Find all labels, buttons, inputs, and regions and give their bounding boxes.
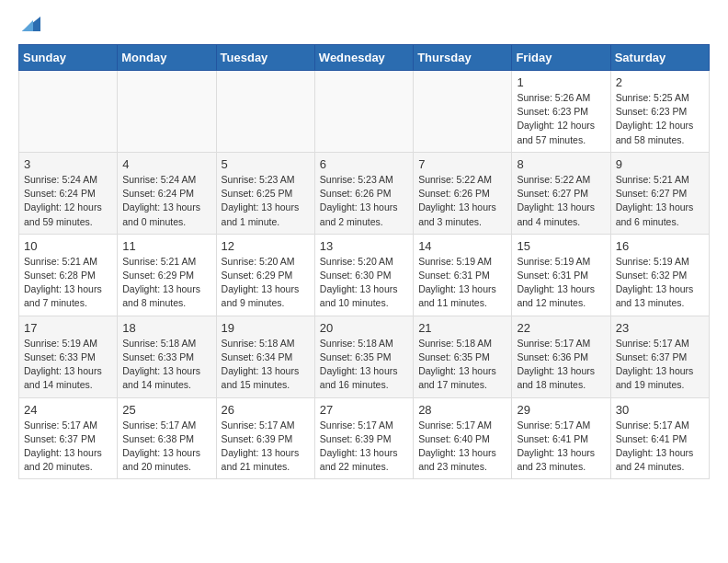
weekday-saturday: Saturday [610, 45, 709, 71]
day-cell: 23Sunrise: 5:17 AMSunset: 6:37 PMDayligh… [610, 316, 709, 397]
day-info: Sunrise: 5:17 AMSunset: 6:41 PMDaylight:… [517, 419, 605, 475]
week-row-1: 1Sunrise: 5:26 AMSunset: 6:23 PMDaylight… [19, 71, 710, 153]
day-number: 12 [222, 239, 310, 253]
day-number: 21 [418, 321, 506, 335]
day-number: 28 [418, 403, 506, 417]
day-info: Sunrise: 5:17 AMSunset: 6:39 PMDaylight:… [320, 419, 408, 475]
day-cell: 9Sunrise: 5:21 AMSunset: 6:27 PMDaylight… [610, 152, 709, 234]
day-info: Sunrise: 5:17 AMSunset: 6:39 PMDaylight:… [222, 419, 310, 475]
day-info: Sunrise: 5:20 AMSunset: 6:30 PMDaylight:… [320, 255, 408, 311]
day-info: Sunrise: 5:18 AMSunset: 6:34 PMDaylight:… [222, 337, 310, 393]
day-number: 2 [616, 75, 704, 89]
day-info: Sunrise: 5:19 AMSunset: 6:31 PMDaylight:… [517, 255, 605, 311]
logo [18, 15, 40, 31]
weekday-sunday: Sunday [19, 45, 118, 71]
weekday-friday: Friday [512, 45, 610, 71]
day-cell: 21Sunrise: 5:18 AMSunset: 6:35 PMDayligh… [414, 316, 512, 397]
day-number: 30 [616, 403, 704, 417]
day-number: 27 [320, 403, 408, 417]
day-info: Sunrise: 5:21 AMSunset: 6:28 PMDaylight:… [24, 255, 112, 311]
day-number: 13 [320, 239, 408, 253]
day-cell: 13Sunrise: 5:20 AMSunset: 6:30 PMDayligh… [314, 234, 413, 316]
day-number: 17 [24, 321, 112, 335]
day-number: 3 [24, 157, 112, 171]
day-number: 29 [517, 403, 605, 417]
day-number: 23 [616, 321, 704, 335]
day-info: Sunrise: 5:19 AMSunset: 6:33 PMDaylight:… [24, 337, 112, 393]
day-cell: 4Sunrise: 5:24 AMSunset: 6:24 PMDaylight… [118, 152, 216, 234]
day-number: 10 [24, 239, 112, 253]
day-cell [314, 71, 413, 153]
day-cell: 10Sunrise: 5:21 AMSunset: 6:28 PMDayligh… [19, 234, 118, 316]
day-info: Sunrise: 5:19 AMSunset: 6:31 PMDaylight:… [418, 255, 506, 311]
day-number: 20 [320, 321, 408, 335]
day-number: 5 [222, 157, 310, 171]
day-cell: 1Sunrise: 5:26 AMSunset: 6:23 PMDaylight… [512, 71, 610, 153]
day-info: Sunrise: 5:17 AMSunset: 6:40 PMDaylight:… [418, 419, 506, 475]
day-cell: 7Sunrise: 5:22 AMSunset: 6:26 PMDaylight… [414, 152, 512, 234]
day-number: 15 [517, 239, 605, 253]
day-cell: 27Sunrise: 5:17 AMSunset: 6:39 PMDayligh… [314, 397, 413, 479]
day-info: Sunrise: 5:18 AMSunset: 6:35 PMDaylight:… [320, 337, 408, 393]
day-cell: 25Sunrise: 5:17 AMSunset: 6:38 PMDayligh… [118, 397, 216, 479]
day-number: 4 [122, 157, 210, 171]
day-number: 8 [517, 157, 605, 171]
weekday-wednesday: Wednesday [314, 45, 413, 71]
weekday-header-row: SundayMondayTuesdayWednesdayThursdayFrid… [19, 45, 710, 71]
day-cell: 20Sunrise: 5:18 AMSunset: 6:35 PMDayligh… [314, 316, 413, 397]
day-number: 18 [122, 321, 210, 335]
day-cell [118, 71, 216, 153]
day-cell: 29Sunrise: 5:17 AMSunset: 6:41 PMDayligh… [512, 397, 610, 479]
header [18, 15, 710, 31]
day-cell: 14Sunrise: 5:19 AMSunset: 6:31 PMDayligh… [414, 234, 512, 316]
day-number: 1 [517, 75, 605, 89]
week-row-3: 10Sunrise: 5:21 AMSunset: 6:28 PMDayligh… [19, 234, 710, 316]
weekday-thursday: Thursday [414, 45, 512, 71]
day-info: Sunrise: 5:25 AMSunset: 6:23 PMDaylight:… [616, 91, 704, 147]
day-cell: 17Sunrise: 5:19 AMSunset: 6:33 PMDayligh… [19, 316, 118, 397]
day-number: 9 [616, 157, 704, 171]
day-info: Sunrise: 5:17 AMSunset: 6:41 PMDaylight:… [616, 419, 704, 475]
day-info: Sunrise: 5:19 AMSunset: 6:32 PMDaylight:… [616, 255, 704, 311]
week-row-2: 3Sunrise: 5:24 AMSunset: 6:24 PMDaylight… [19, 152, 710, 234]
logo-icon [20, 15, 40, 31]
day-cell: 11Sunrise: 5:21 AMSunset: 6:29 PMDayligh… [118, 234, 216, 316]
day-info: Sunrise: 5:24 AMSunset: 6:24 PMDaylight:… [122, 173, 210, 229]
day-cell: 28Sunrise: 5:17 AMSunset: 6:40 PMDayligh… [414, 397, 512, 479]
page: SundayMondayTuesdayWednesdayThursdayFrid… [0, 0, 728, 498]
day-number: 11 [122, 239, 210, 253]
day-info: Sunrise: 5:17 AMSunset: 6:38 PMDaylight:… [122, 419, 210, 475]
day-info: Sunrise: 5:21 AMSunset: 6:29 PMDaylight:… [122, 255, 210, 311]
day-info: Sunrise: 5:18 AMSunset: 6:35 PMDaylight:… [418, 337, 506, 393]
weekday-monday: Monday [118, 45, 216, 71]
day-info: Sunrise: 5:21 AMSunset: 6:27 PMDaylight:… [616, 173, 704, 229]
day-cell: 3Sunrise: 5:24 AMSunset: 6:24 PMDaylight… [19, 152, 118, 234]
day-number: 14 [418, 239, 506, 253]
day-cell: 19Sunrise: 5:18 AMSunset: 6:34 PMDayligh… [216, 316, 314, 397]
day-info: Sunrise: 5:22 AMSunset: 6:27 PMDaylight:… [517, 173, 605, 229]
day-cell [216, 71, 314, 153]
day-cell: 18Sunrise: 5:18 AMSunset: 6:33 PMDayligh… [118, 316, 216, 397]
day-number: 26 [222, 403, 310, 417]
day-number: 22 [517, 321, 605, 335]
day-cell [414, 71, 512, 153]
weekday-tuesday: Tuesday [216, 45, 314, 71]
day-number: 24 [24, 403, 112, 417]
logo-area [18, 15, 40, 31]
week-row-4: 17Sunrise: 5:19 AMSunset: 6:33 PMDayligh… [19, 316, 710, 397]
day-cell: 5Sunrise: 5:23 AMSunset: 6:25 PMDaylight… [216, 152, 314, 234]
day-cell: 6Sunrise: 5:23 AMSunset: 6:26 PMDaylight… [314, 152, 413, 234]
day-cell: 22Sunrise: 5:17 AMSunset: 6:36 PMDayligh… [512, 316, 610, 397]
day-cell: 26Sunrise: 5:17 AMSunset: 6:39 PMDayligh… [216, 397, 314, 479]
day-number: 19 [222, 321, 310, 335]
day-cell: 12Sunrise: 5:20 AMSunset: 6:29 PMDayligh… [216, 234, 314, 316]
day-info: Sunrise: 5:17 AMSunset: 6:37 PMDaylight:… [616, 337, 704, 393]
day-cell: 8Sunrise: 5:22 AMSunset: 6:27 PMDaylight… [512, 152, 610, 234]
week-row-5: 24Sunrise: 5:17 AMSunset: 6:37 PMDayligh… [19, 397, 710, 479]
day-cell [19, 71, 118, 153]
day-number: 7 [418, 157, 506, 171]
calendar-table: SundayMondayTuesdayWednesdayThursdayFrid… [18, 44, 710, 479]
day-info: Sunrise: 5:20 AMSunset: 6:29 PMDaylight:… [222, 255, 310, 311]
day-cell: 16Sunrise: 5:19 AMSunset: 6:32 PMDayligh… [610, 234, 709, 316]
day-info: Sunrise: 5:22 AMSunset: 6:26 PMDaylight:… [418, 173, 506, 229]
